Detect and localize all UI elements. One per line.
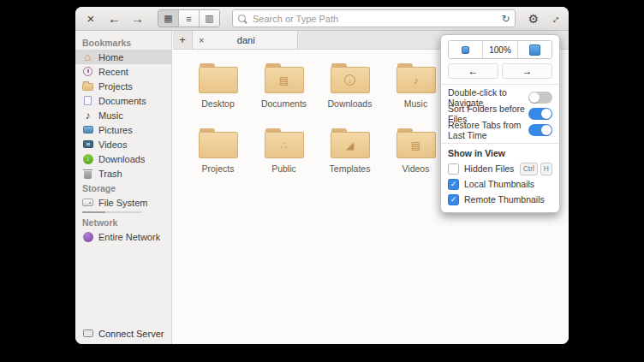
search-input[interactable]	[251, 13, 498, 25]
file-item-videos[interactable]: ▤ Videos	[383, 126, 449, 191]
file-item-downloads[interactable]: ↓ Downloads	[317, 61, 383, 126]
shortcut-keys: Ctrl H	[520, 163, 552, 175]
list-view-button[interactable]: ≡	[178, 10, 199, 27]
redo-button[interactable]: →	[502, 63, 552, 79]
zoom-out-button[interactable]	[449, 41, 482, 58]
key-badge: Ctrl	[520, 163, 538, 175]
music-note-icon: ♪	[82, 110, 93, 121]
server-icon	[83, 329, 93, 337]
file-grid: Desktop ▤ Documents ↓ Downloads ♪ Music …	[173, 50, 456, 191]
sidebar-item-label: Trash	[98, 169, 122, 179]
file-item-desktop[interactable]: Desktop	[185, 61, 251, 126]
settings-popover: 100% ← → Double-click to Navigate Sort F…	[440, 34, 560, 213]
sidebar-item-documents[interactable]: Documents	[75, 93, 171, 108]
download-emblem-icon: ↓	[344, 74, 355, 86]
hidden-files-row[interactable]: ✓ Hidden Files Ctrl H	[448, 161, 552, 176]
music-emblem-icon: ♪	[414, 75, 419, 86]
view-switcher: ▦ ≡ ▥	[158, 9, 220, 27]
document-emblem-icon: ▤	[279, 75, 289, 86]
folder-icon: ◢	[331, 128, 370, 159]
sidebar-item-label: Documents	[98, 96, 146, 106]
file-label: Downloads	[328, 98, 373, 109]
folder-icon: ↓	[331, 63, 370, 94]
popover-divider	[441, 143, 559, 144]
sidebar-item-label: Projects	[98, 81, 133, 92]
sidebar-item-projects[interactable]: Projects	[75, 79, 171, 93]
bookmarks-section-header: Bookmarks	[75, 35, 171, 50]
new-tab-button[interactable]: +	[173, 31, 192, 49]
sidebar-item-home[interactable]: ⌂ Home	[75, 50, 171, 64]
toggle-knob	[541, 109, 552, 119]
zoom-in-button[interactable]	[518, 41, 552, 58]
sidebar-item-pictures[interactable]: Pictures	[75, 122, 171, 137]
file-item-templates[interactable]: ◢ Templates	[317, 126, 383, 191]
tab-label: dani	[210, 35, 282, 45]
back-button[interactable]: ←	[108, 12, 121, 25]
sidebar-item-file-system[interactable]: File System	[75, 195, 171, 210]
grid-view-button[interactable]: ▦	[158, 10, 178, 27]
storage-section-header: Storage	[75, 181, 171, 195]
list-view-icon: ≡	[186, 14, 191, 24]
tab-dani[interactable]: × dani	[192, 31, 298, 49]
sidebar-item-entire-network[interactable]: Entire Network	[75, 229, 171, 244]
undo-redo-row: ← →	[448, 63, 552, 79]
zoom-level[interactable]: 100%	[482, 41, 517, 58]
fullscreen-resize-icon[interactable]: ↔	[546, 10, 562, 26]
forward-button[interactable]: →	[131, 12, 144, 25]
sidebar-item-videos[interactable]: Videos	[75, 137, 171, 151]
popover-divider	[441, 84, 559, 85]
show-in-view-header: Show in View	[448, 148, 552, 158]
undo-button[interactable]: ←	[448, 63, 498, 79]
local-thumbnails-checkbox[interactable]: ✓	[448, 179, 459, 190]
toggle-knob	[529, 92, 540, 103]
trash-icon	[84, 171, 92, 179]
file-label: Documents	[261, 98, 307, 109]
connect-server-button[interactable]: Connect Server…	[75, 328, 171, 339]
disk-usage-fill	[82, 211, 105, 213]
window-close-button[interactable]: ×	[84, 12, 98, 25]
sidebar-item-downloads[interactable]: ↓ Downloads	[75, 151, 171, 166]
file-item-public[interactable]: ∴ Public	[251, 126, 317, 191]
file-item-projects[interactable]: Projects	[185, 126, 251, 191]
file-item-documents[interactable]: ▤ Documents	[251, 61, 317, 126]
search-icon	[238, 15, 246, 22]
local-thumbnails-row[interactable]: ✓ Local Thumbnails	[448, 176, 552, 192]
search-bar[interactable]: ↻	[232, 9, 516, 27]
sidebar-item-label: Music	[98, 110, 123, 121]
network-globe-icon	[83, 232, 93, 242]
column-view-button[interactable]: ▥	[199, 10, 219, 27]
sidebar-item-recent[interactable]: Recent	[75, 64, 171, 79]
documents-icon	[84, 96, 92, 105]
disk-usage-bar	[82, 211, 142, 213]
disk-icon	[82, 199, 93, 206]
sidebar-item-label: Pictures	[98, 125, 133, 135]
folder-icon	[82, 83, 93, 91]
checkbox-label: Remote Thumbnails	[464, 194, 545, 205]
folder-icon	[199, 128, 238, 159]
settings-menu-button[interactable]: ⚙	[528, 13, 539, 25]
remote-thumbnails-checkbox[interactable]: ✓	[448, 194, 459, 205]
checkbox-label: Local Thumbnails	[464, 179, 534, 189]
double-click-toggle[interactable]	[528, 92, 552, 104]
connect-server-label: Connect Server…	[98, 329, 164, 339]
restore-tabs-row[interactable]: Restore Tabs from Last Time	[448, 122, 552, 138]
remote-thumbnails-row[interactable]: ✓ Remote Thumbnails	[448, 192, 552, 207]
hidden-files-checkbox[interactable]: ✓	[448, 163, 459, 175]
downloads-icon: ↓	[83, 154, 93, 164]
file-label: Templates	[330, 163, 371, 174]
sidebar: Bookmarks ⌂ Home Recent Projects Documen…	[75, 31, 172, 344]
folder-icon	[199, 63, 238, 94]
checkbox-label: Hidden Files	[464, 163, 514, 174]
toggle-label: Restore Tabs from Last Time	[448, 120, 528, 140]
file-item-music[interactable]: ♪ Music	[383, 61, 449, 126]
headerbar: × ← → ▦ ≡ ▥ ↻ ⚙ ↔	[75, 7, 569, 31]
sidebar-item-music[interactable]: ♪ Music	[75, 108, 171, 122]
sidebar-item-trash[interactable]: Trash	[75, 166, 171, 181]
tab-close-icon[interactable]: ×	[193, 35, 210, 45]
refresh-icon[interactable]: ↻	[501, 14, 510, 24]
file-label: Desktop	[201, 98, 235, 109]
sort-folders-toggle[interactable]	[528, 108, 552, 120]
restore-tabs-toggle[interactable]	[528, 124, 552, 136]
templates-emblem-icon: ◢	[346, 140, 354, 151]
folder-icon: ∴	[265, 128, 304, 159]
